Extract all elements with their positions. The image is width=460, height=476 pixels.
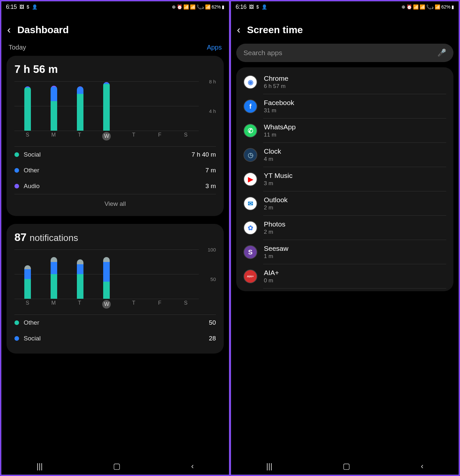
signal2-icon: 📶	[435, 4, 440, 10]
app-time: 0 m	[264, 277, 279, 284]
app-name: YT Music	[264, 172, 292, 180]
dollar-icon: $	[256, 4, 259, 10]
wifi-icon: 📶	[183, 4, 189, 10]
legend-value: 7 h 40 m	[192, 151, 216, 158]
plus-icon: ⊕	[402, 4, 405, 10]
app-time: 4 m	[264, 156, 281, 162]
app-name: Chrome	[264, 75, 288, 82]
app-icon: ✿	[243, 221, 257, 235]
legend-name: Social	[24, 335, 41, 342]
app-time: 11 m	[264, 132, 296, 138]
screen-time-total: 7 h 56 m	[14, 63, 216, 76]
app-time: 2 m	[264, 205, 288, 211]
app-row[interactable]: ◷Clock4 m	[236, 143, 453, 167]
screen-time-card[interactable]: 7 h 56 m 8 h4 hSMTWTFS Social7 h 40 mOth…	[7, 56, 224, 216]
notifications-card[interactable]: 87 notifications 10050SMTWTFS Other50Soc…	[7, 224, 224, 354]
status-time: 6:15	[6, 4, 17, 11]
app-row[interactable]: AIA+AIA+0 m	[236, 264, 453, 289]
view-all-button[interactable]: View all	[14, 194, 216, 209]
back-button[interactable]: ‹	[7, 24, 11, 36]
back-nav-button[interactable]: ‹	[421, 462, 424, 471]
apps-link[interactable]: Apps	[207, 44, 222, 51]
app-icon: f	[243, 99, 257, 113]
app-icon: ◉	[243, 75, 257, 89]
back-nav-button[interactable]: ‹	[191, 462, 194, 471]
app-row[interactable]: ✿Photos2 m	[236, 216, 453, 240]
legend-value: 50	[209, 319, 216, 326]
notifications-chart: 10050SMTWTFS	[14, 249, 216, 309]
app-time: 3 m	[264, 180, 292, 187]
legend-dot	[14, 168, 19, 173]
alarm-icon: ⏰	[406, 4, 412, 10]
legend-row: Other7 m	[14, 162, 216, 178]
phone-screentime: 6:16 🖼 $ 👤 ⊕ ⏰ 📶 📶 📞₂ 📶 62% ▮ ‹ Screen t…	[230, 1, 459, 475]
legend-row: Social28	[14, 331, 216, 346]
app-name: Facebook	[264, 99, 294, 107]
app-row[interactable]: ✉Outlook2 m	[236, 191, 453, 216]
legend-row: Social7 h 40 m	[14, 147, 216, 162]
app-icon: ✆	[243, 124, 257, 138]
app-row[interactable]: SSeesaw1 m	[236, 240, 453, 264]
page-title: Screen time	[247, 24, 303, 35]
recents-button[interactable]: |||	[266, 462, 272, 471]
legend-dot	[14, 336, 19, 341]
legend-name: Audio	[24, 183, 40, 190]
signal2-icon: 📶	[205, 4, 211, 10]
app-icon: ✉	[243, 197, 257, 210]
screen-time-chart: 8 h4 hSMTWTFS	[14, 81, 216, 141]
app-name: Photos	[264, 220, 285, 228]
app-name: AIA+	[264, 269, 279, 277]
incognito-icon: 👤	[32, 4, 37, 10]
app-time: 1 m	[264, 253, 288, 260]
home-button[interactable]: ▢	[113, 462, 121, 471]
status-bar: 6:16 🖼 $ 👤 ⊕ ⏰ 📶 📶 📞₂ 📶 62% ▮	[231, 1, 459, 12]
app-time: 6 h 57 m	[264, 83, 288, 90]
search-placeholder: Search apps	[243, 49, 437, 57]
app-row[interactable]: fFacebook31 m	[236, 94, 453, 119]
legend-row: Other50	[14, 315, 216, 331]
period-label[interactable]: Today	[9, 44, 26, 51]
incognito-icon: 👤	[262, 4, 267, 10]
back-button[interactable]: ‹	[237, 24, 241, 36]
legend-name: Other	[24, 167, 39, 174]
battery-text: 62%	[212, 4, 221, 10]
battery-icon: ▮	[451, 4, 454, 10]
status-bar: 6:15 🖼 $ 👤 ⊕ ⏰ 📶 📶 📞₂ 📶 62% ▮	[1, 1, 229, 12]
app-name: Clock	[264, 147, 281, 155]
legend-value: 3 m	[205, 183, 216, 190]
alarm-icon: ⏰	[177, 4, 182, 10]
app-row[interactable]: ▶YT Music3 m	[236, 167, 453, 191]
app-icon: S	[243, 245, 257, 259]
app-row[interactable]: ◉Chrome6 h 57 m	[236, 70, 453, 94]
app-row[interactable]: ✆WhatsApp11 m	[236, 119, 453, 143]
app-name: Seesaw	[264, 245, 288, 252]
search-input[interactable]: Search apps 🎤	[236, 44, 453, 62]
app-icon: ◷	[243, 148, 257, 162]
legend-name: Other	[24, 319, 39, 326]
legend-row: Audio3 m	[14, 178, 216, 194]
app-icon: AIA+	[243, 270, 257, 283]
recents-button[interactable]: |||	[36, 462, 43, 471]
legend-dot	[14, 320, 19, 325]
image-icon: 🖼	[19, 4, 24, 10]
app-time: 2 m	[264, 229, 285, 235]
dollar-icon: $	[27, 4, 29, 10]
legend-name: Social	[24, 151, 41, 158]
home-button[interactable]: ▢	[343, 462, 350, 471]
app-icon: ▶	[243, 172, 257, 186]
app-name: Outlook	[264, 196, 288, 204]
mic-icon[interactable]: 🎤	[437, 49, 446, 57]
image-icon: 🖼	[249, 4, 254, 10]
battery-icon: ▮	[222, 4, 224, 10]
phone-dashboard: 6:15 🖼 $ 👤 ⊕ ⏰ 📶 📶 📞₂ 📶 62% ▮ ‹ Dashboar…	[1, 1, 230, 475]
app-name: WhatsApp	[264, 123, 296, 131]
legend-dot	[14, 184, 19, 188]
legend-value: 28	[209, 335, 216, 342]
battery-text: 62%	[441, 4, 450, 10]
nav-bar: ||| ▢ ‹	[231, 458, 459, 475]
app-list: ◉Chrome6 h 57 mfFacebook31 m✆WhatsApp11 …	[236, 67, 453, 291]
notifications-total: 87 notifications	[14, 231, 216, 244]
app-time: 31 m	[264, 107, 294, 114]
legend-value: 7 m	[205, 167, 216, 174]
legend-dot	[14, 152, 19, 157]
